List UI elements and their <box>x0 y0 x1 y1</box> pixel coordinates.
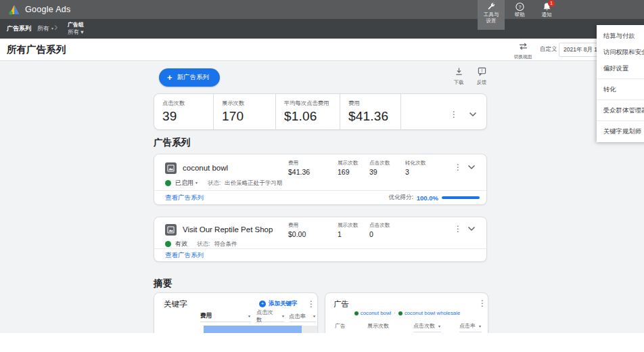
kebab-menu-icon[interactable]: ⋮ <box>454 225 462 233</box>
menu-divider <box>597 79 644 79</box>
column-select-clicks[interactable]: 点击次数 ▼ <box>256 311 285 322</box>
dropdown-arrow-icon: ▼ <box>195 181 198 185</box>
kebab-menu-icon[interactable]: ⋮ <box>478 299 486 307</box>
optimization-score: 优化得分: 100.0% <box>388 194 486 202</box>
tools-label-line1: 工具与 <box>478 12 505 18</box>
campaign-name[interactable]: coconut bowl <box>183 164 228 172</box>
menu-item-conversions[interactable]: 转化 <box>597 81 644 97</box>
dropdown-arrow-icon: ▼ <box>313 314 316 318</box>
column-select-cost[interactable]: 费用 ▼ <box>200 311 251 322</box>
plus-circle-icon: + <box>259 301 266 307</box>
swap-arrows-icon <box>518 43 528 50</box>
plus-icon: + <box>167 73 172 82</box>
status-chip[interactable]: 有效 <box>175 240 187 248</box>
page-title: 所有广告系列 <box>7 39 66 61</box>
view-campaign-link[interactable]: 查看广告系列 <box>165 251 204 260</box>
svg-text:?: ? <box>518 4 521 10</box>
campaign-card-footer: 查看广告系列 <box>154 248 486 261</box>
menu-item-access-security[interactable]: 访问权限和安全 <box>597 44 644 60</box>
dropdown-arrow-icon: ▼ <box>281 314 285 318</box>
campaign-metric: 费用 $41.36 <box>288 160 310 176</box>
ads-column-header: 广告 <box>335 322 346 330</box>
wrench-icon <box>486 2 496 12</box>
metric-label: 费用 <box>348 100 400 107</box>
feedback-icon: ! <box>478 67 486 76</box>
display-campaign-icon <box>165 162 177 174</box>
new-campaign-button[interactable]: + 新广告系列 <box>159 68 220 87</box>
campaign-metric: 转化次数 3 <box>405 160 426 176</box>
ads-column-select-ctr[interactable]: 点击率▼ <box>459 322 482 332</box>
metric-impressions: 展示次数 170 <box>214 94 276 129</box>
add-keyword-label: 添加关键字 <box>269 300 298 308</box>
main-content: + 新广告系列 下载 ! 反馈 点击次数 39 展示次数 <box>0 61 644 333</box>
campaign-metric: 展示次数 169 <box>338 160 358 176</box>
menu-item-billing[interactable]: 结算与付款 <box>597 28 644 44</box>
dropdown-arrow-icon: ▼ <box>478 324 482 328</box>
keywords-card: 关键字 + 添加关键字 ⋮ 费用 ▼ 点击次数 ▼ 点击率 ▼ <box>154 292 318 333</box>
feedback-label: 反馈 <box>472 79 492 86</box>
switch-view-button[interactable]: 切换视图 <box>511 41 534 60</box>
custom-range-button[interactable]: 自定义 <box>540 45 557 53</box>
summary-heading: 摘要 <box>154 278 172 290</box>
campaign-card-footer: 查看广告系列 优化得分: 100.0% <box>154 190 486 204</box>
campaign-metric: 展示次数 1 <box>338 222 358 238</box>
breadcrumb-separator-icon: › <box>54 21 58 33</box>
breadcrumb-campaigns[interactable]: 广告系列 所有▼ <box>7 19 54 39</box>
campaign-metric: 点击次数 0 <box>369 222 390 238</box>
notifications-button[interactable]: 1 通知 <box>533 0 560 19</box>
breadcrumb-campaigns-value[interactable]: 所有▼ <box>37 24 54 33</box>
notifications-label: 通知 <box>533 12 560 18</box>
brand-name: Google Ads <box>25 5 71 14</box>
download-button[interactable]: 下载 <box>448 66 469 86</box>
opt-score-bar <box>442 196 480 199</box>
google-ads-logo: Google Ads <box>8 0 71 19</box>
breadcrumb-adgroup-value: 所有 ▾ <box>68 28 84 36</box>
breadcrumb-adgroup[interactable]: 广告组 所有 ▾ <box>68 21 84 36</box>
ads-column-select-clicks[interactable]: 点击次数▼ <box>413 322 441 332</box>
kebab-menu-icon[interactable]: ⋮ <box>450 110 458 118</box>
help-label: 帮助 <box>506 12 533 18</box>
title-bar: 所有广告系列 切换视图 自定义 2021年 8月 10日 - 15 <box>0 39 644 61</box>
menu-item-keyword-planner[interactable]: 关键字规划师 <box>597 123 644 139</box>
ads-legend: coconut bowl·coconut bowl wholesale <box>325 310 489 316</box>
status-text: 符合条件 <box>214 240 237 248</box>
topbar: Google Ads 工具与 设置 ? 帮助 1 通知 <box>0 0 644 19</box>
campaign-metric: 点击次数 39 <box>369 160 390 176</box>
campaigns-heading: 广告系列 <box>154 137 190 149</box>
ads-column-header: 展示次数 <box>367 322 389 330</box>
metric-avg-cpc: 平均每次点击费用 $1.06 <box>276 94 340 129</box>
view-campaign-link[interactable]: 查看广告系列 <box>165 194 204 202</box>
opt-score-label: 优化得分: <box>388 194 413 202</box>
menu-divider <box>597 100 644 100</box>
breadcrumb-bar: 广告系列 所有▼ › 广告组 所有 ▾ <box>0 19 644 39</box>
overview-scorecard: 点击次数 39 展示次数 170 平均每次点击费用 $1.06 费用 $41.3… <box>154 93 487 130</box>
campaign-name[interactable]: Visit Our Reptile Pet Shop <box>183 225 273 234</box>
add-keyword-button[interactable]: + 添加关键字 <box>259 300 298 308</box>
tools-settings-button[interactable]: 工具与 设置 <box>478 0 505 30</box>
campaign-metric: 费用 $0.00 <box>288 222 306 238</box>
legend-dot-icon <box>354 311 359 315</box>
legend-dot-icon <box>398 311 402 315</box>
dropdown-arrow-icon: ▼ <box>438 324 441 328</box>
chevron-down-icon[interactable] <box>469 112 477 117</box>
metric-label: 点击次数 <box>162 100 213 107</box>
kebab-menu-icon[interactable]: ⋮ <box>454 163 462 171</box>
metric-cost: 费用 $41.36 <box>340 94 401 129</box>
feedback-button[interactable]: ! 反馈 <box>472 66 492 86</box>
new-campaign-label: 新广告系列 <box>177 73 210 82</box>
scorecard-actions: ⋮ <box>401 94 486 129</box>
status-text: 出价策略正处于学习期 <box>225 179 282 188</box>
chevron-down-icon[interactable] <box>467 164 476 170</box>
kebab-menu-icon[interactable]: ⋮ <box>307 300 315 308</box>
menu-item-preferences[interactable]: 偏好设置 <box>597 60 644 76</box>
help-button[interactable]: ? 帮助 <box>506 0 533 19</box>
menu-divider <box>597 120 644 121</box>
page-bottom-whitespace <box>0 333 644 352</box>
metric-value: $1.06 <box>284 109 340 124</box>
google-ads-app: Google Ads 工具与 设置 ? 帮助 1 通知 <box>0 0 644 352</box>
menu-item-audience-manager[interactable]: 受众群体管理器 <box>597 102 644 118</box>
status-chip[interactable]: 已启用▼ <box>175 179 198 188</box>
chevron-down-icon[interactable] <box>467 226 476 232</box>
google-ads-triangle-icon <box>8 3 20 16</box>
column-select-ctr[interactable]: 点击率 ▼ <box>289 311 316 322</box>
